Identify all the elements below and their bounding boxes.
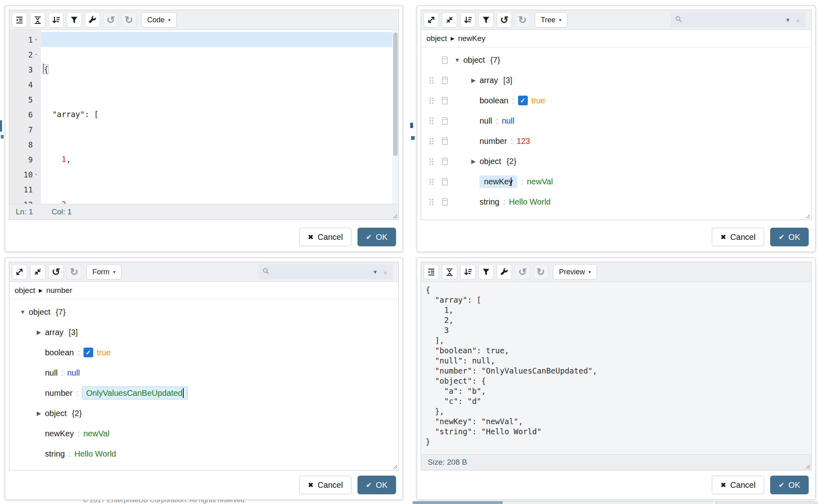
vertical-scrollbar[interactable] xyxy=(392,30,398,204)
undo-icon[interactable]: ↺ xyxy=(103,12,118,28)
collapse-all-icon[interactable] xyxy=(442,12,457,28)
jsoneditor-modes-demo-page: { "ui": { "separator": ":", "buttons": {… xyxy=(0,0,818,504)
expander-icon[interactable]: ▼ xyxy=(17,309,29,315)
mode-dropdown-form[interactable]: Form ▾ xyxy=(86,264,122,280)
expander-icon[interactable]: ▶ xyxy=(467,77,480,83)
sort-icon[interactable] xyxy=(460,264,475,280)
breadcrumb-item[interactable]: newKey xyxy=(458,34,486,43)
ok-button[interactable]: ✔OK xyxy=(358,228,396,246)
expander-icon[interactable]: ▶ xyxy=(33,410,45,416)
expand-all-icon[interactable] xyxy=(424,12,439,28)
search-next-icon[interactable]: ▼ xyxy=(784,17,791,23)
field-name[interactable]: null xyxy=(480,116,492,126)
search-input[interactable] xyxy=(273,267,368,277)
field-value[interactable]: newVal xyxy=(84,429,109,438)
filter-icon[interactable] xyxy=(478,264,494,280)
context-menu-icon[interactable] xyxy=(438,198,451,206)
field-name[interactable]: number xyxy=(480,137,507,146)
search-next-icon[interactable]: ▼ xyxy=(372,269,379,275)
breadcrumb-item[interactable]: object xyxy=(15,286,35,295)
field-value[interactable]: true xyxy=(97,348,111,357)
drag-handle-icon[interactable] xyxy=(424,77,438,84)
context-menu-icon[interactable] xyxy=(438,97,451,105)
field-name[interactable]: boolean xyxy=(480,96,508,105)
context-menu-icon[interactable] xyxy=(438,117,451,125)
drag-handle-icon[interactable] xyxy=(424,178,438,185)
sort-icon[interactable] xyxy=(48,12,64,28)
resize-handle-icon[interactable] xyxy=(805,213,810,218)
code-text[interactable]: { "array": [ 1, 2, 3 ], "boolean": true,… xyxy=(41,30,398,204)
format-icon[interactable] xyxy=(424,264,439,280)
cancel-button[interactable]: ✖Cancel xyxy=(712,476,764,494)
code-editor-area[interactable]: 1▾ 2▾ 3 4 5 6 7 8 9 10▾ 11 12 { "array":… xyxy=(9,30,398,204)
resize-handle-icon[interactable] xyxy=(392,463,397,469)
field-value-editing[interactable]: OnlyValuesCanBeUpdated xyxy=(82,387,188,399)
cancel-button[interactable]: ✖Cancel xyxy=(299,476,351,494)
cancel-button[interactable]: ✖Cancel xyxy=(299,228,351,246)
drag-handle-icon[interactable] xyxy=(424,137,438,145)
drag-handle-icon[interactable] xyxy=(424,97,438,104)
repair-icon[interactable] xyxy=(85,12,100,28)
ok-button[interactable]: ✔OK xyxy=(770,476,809,494)
fold-icon[interactable]: ▾ xyxy=(33,37,39,42)
search-previous-icon[interactable]: ▲ xyxy=(382,269,389,275)
filter-icon[interactable] xyxy=(478,12,494,28)
redo-icon[interactable]: ↻ xyxy=(66,264,82,280)
fold-icon[interactable]: ▾ xyxy=(33,52,39,57)
collapse-all-icon[interactable] xyxy=(30,264,45,280)
fold-icon[interactable]: ▾ xyxy=(33,172,39,177)
repair-icon[interactable] xyxy=(497,264,512,280)
expander-icon[interactable]: ▶ xyxy=(33,329,45,335)
field-value[interactable]: null xyxy=(67,368,80,378)
context-menu-icon[interactable] xyxy=(438,137,451,145)
boolean-checkbox[interactable]: ✓ xyxy=(518,96,528,105)
redo-icon[interactable]: ↻ xyxy=(515,12,530,28)
context-menu-icon[interactable] xyxy=(438,77,451,84)
undo-icon[interactable]: ↺ xyxy=(497,12,512,28)
close-icon: ✖ xyxy=(720,233,726,241)
field-value[interactable]: newVal xyxy=(527,177,553,186)
field-value[interactable]: null xyxy=(502,116,514,126)
resize-handle-icon[interactable] xyxy=(392,213,397,218)
field-value[interactable]: Hello World xyxy=(74,449,116,459)
context-menu-icon[interactable] xyxy=(438,178,451,186)
boolean-checkbox[interactable]: ✓ xyxy=(84,348,93,357)
resize-handle-icon[interactable] xyxy=(805,463,810,469)
expand-all-icon[interactable] xyxy=(12,264,27,280)
redo-icon[interactable]: ↻ xyxy=(121,12,137,28)
breadcrumb-item[interactable]: number xyxy=(46,286,72,295)
expander-icon[interactable]: ▶ xyxy=(467,158,480,164)
search-input[interactable] xyxy=(685,15,781,25)
mode-dropdown-code[interactable]: Code ▾ xyxy=(141,12,177,28)
preview-editor-frame: ↺ ↻ Preview ▾ { "array": [ 1, 2, 3 ], "b… xyxy=(421,262,812,470)
mode-dropdown-tree[interactable]: Tree ▾ xyxy=(535,12,567,28)
child-count-badge: {7} xyxy=(56,308,65,317)
context-menu-icon[interactable] xyxy=(438,158,451,165)
filter-icon[interactable] xyxy=(66,12,82,28)
field-value[interactable]: true xyxy=(531,96,545,105)
drag-handle-icon[interactable] xyxy=(424,117,438,124)
undo-icon[interactable]: ↺ xyxy=(48,264,64,280)
ok-button[interactable]: ✔OK xyxy=(358,476,396,494)
compact-icon[interactable] xyxy=(442,264,457,280)
compact-icon[interactable] xyxy=(30,12,45,28)
field-value[interactable]: 123 xyxy=(516,137,530,146)
format-icon[interactable] xyxy=(12,12,27,28)
field-name[interactable]: string xyxy=(480,197,499,207)
sort-icon[interactable] xyxy=(460,12,475,28)
mode-dropdown-preview[interactable]: Preview ▾ xyxy=(553,264,597,280)
code-editor-frame: ↺ ↻ Code ▾ 1▾ 2▾ 3 4 5 6 7 8 9 10▾ 11 12 xyxy=(9,10,399,220)
breadcrumb-item[interactable]: object xyxy=(426,34,447,43)
drag-handle-icon[interactable] xyxy=(424,198,438,205)
field-value[interactable]: Hello World xyxy=(509,197,550,207)
drag-handle-icon[interactable] xyxy=(424,158,438,165)
expander-icon[interactable]: ▼ xyxy=(451,57,463,63)
undo-icon[interactable]: ↺ xyxy=(515,264,530,280)
cancel-button[interactable]: ✖Cancel xyxy=(712,228,764,246)
context-menu-icon[interactable] xyxy=(438,56,451,64)
scrollbar-thumb[interactable] xyxy=(393,32,398,156)
search-previous-icon[interactable]: ▲ xyxy=(794,17,801,23)
field-name-editing[interactable]: newKey xyxy=(480,175,517,188)
redo-icon[interactable]: ↻ xyxy=(533,264,548,280)
ok-button[interactable]: ✔OK xyxy=(770,228,809,246)
